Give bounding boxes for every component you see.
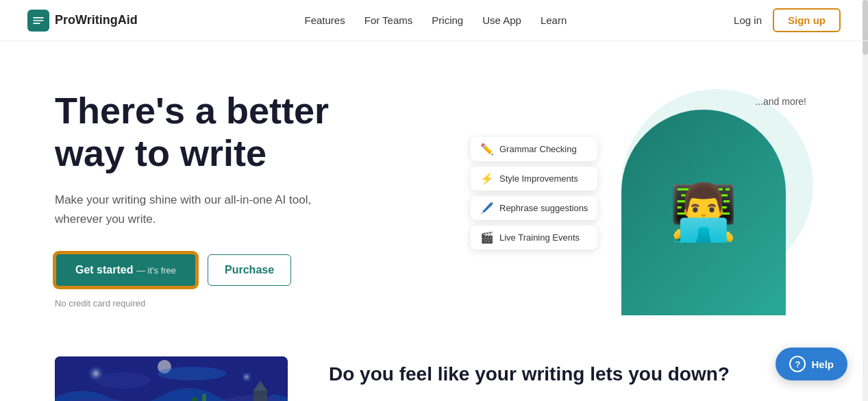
svg-point-11	[96, 372, 151, 389]
nav-use-app[interactable]: Use App	[482, 14, 521, 26]
svg-point-3	[241, 372, 252, 382]
rephrase-label: Rephrase suggestions	[499, 203, 588, 213]
hero-visual: ...and more! ⭐ 👨‍💻 ✏️ Grammar Checking ⚡…	[471, 82, 827, 315]
feature-grammar: ✏️ Grammar Checking	[471, 137, 597, 161]
brand-name: ProWritingAid	[55, 13, 138, 27]
nav-learn[interactable]: Learn	[541, 14, 567, 26]
navbar: ProWritingAid Features For Teams Pricing…	[0, 0, 868, 41]
hero-subtitle: Make your writing shine with our all-in-…	[55, 191, 329, 228]
nav-right: Log in Sign up	[734, 8, 841, 32]
painting-image	[55, 356, 288, 401]
lower-section: Do you feel like your writing lets you d…	[0, 343, 868, 401]
svg-rect-7	[192, 398, 197, 401]
nav-features[interactable]: Features	[305, 14, 345, 26]
training-label: Live Training Events	[499, 232, 580, 243]
style-label: Style Improvements	[499, 173, 578, 184]
lower-text: Do you feel like your writing lets you d…	[329, 356, 730, 385]
svg-rect-8	[202, 394, 206, 401]
rephrase-icon: 🖊️	[480, 202, 494, 215]
feature-rephrase: 🖊️ Rephrase suggestions	[471, 196, 597, 220]
help-button[interactable]: ? Help	[776, 348, 847, 380]
get-started-label: Get started	[75, 264, 133, 276]
nav-links: Features For Teams Pricing Use App Learn	[305, 14, 567, 26]
feature-training: 🎬 Live Training Events	[471, 226, 597, 250]
no-credit-card-note: No credit card required	[55, 298, 329, 308]
and-more-label: ...and more!	[755, 96, 806, 107]
purchase-button[interactable]: Purchase	[208, 254, 291, 286]
person-icon: 👨‍💻	[621, 110, 786, 315]
feature-style: ⚡ Style Improvements	[471, 167, 597, 191]
style-icon: ⚡	[480, 172, 494, 185]
free-label: — it's free	[136, 265, 176, 276]
login-button[interactable]: Log in	[734, 14, 762, 26]
hero-title-line1: There's a better	[55, 90, 329, 131]
logo-svg	[32, 14, 45, 27]
svg-point-12	[158, 367, 226, 380]
painting-visual	[55, 356, 288, 401]
help-icon: ?	[789, 356, 806, 372]
signup-button[interactable]: Sign up	[773, 8, 841, 32]
hero-buttons: Get started — it's free Purchase	[55, 253, 329, 287]
nav-for-teams[interactable]: For Teams	[364, 14, 413, 26]
painting-svg	[55, 356, 288, 401]
svg-rect-9	[253, 391, 267, 401]
hero-section: There's a better way to write Make your …	[0, 41, 868, 343]
nav-pricing[interactable]: Pricing	[432, 14, 463, 26]
logo[interactable]: ProWritingAid	[27, 10, 138, 32]
scrollbar-track[interactable]	[863, 0, 868, 401]
training-icon: 🎬	[480, 231, 494, 244]
grammar-icon: ✏️	[480, 143, 494, 156]
hero-person-image: 👨‍💻	[621, 110, 786, 315]
lower-title: Do you feel like your writing lets you d…	[329, 363, 730, 385]
help-label: Help	[811, 359, 834, 370]
hero-title-line2: way to write	[55, 132, 266, 173]
logo-icon	[27, 10, 49, 32]
grammar-label: Grammar Checking	[499, 144, 577, 154]
get-started-button[interactable]: Get started — it's free	[55, 253, 197, 287]
hero-content: There's a better way to write Make your …	[55, 89, 329, 308]
hero-title: There's a better way to write	[55, 89, 329, 174]
feature-pills: ✏️ Grammar Checking ⚡ Style Improvements…	[471, 137, 597, 250]
